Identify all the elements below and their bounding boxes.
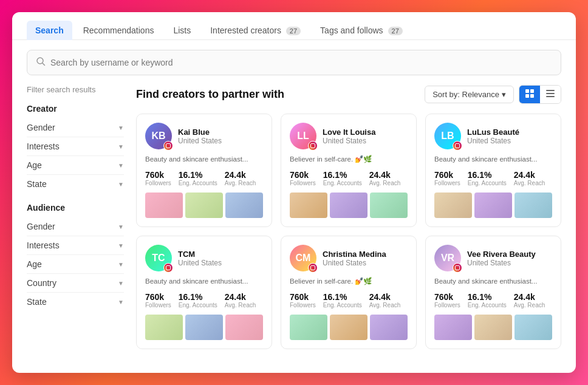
top-nav: SearchRecommendationsListsInterested cre…	[12, 12, 576, 40]
svg-line-1	[43, 63, 45, 66]
grid-controls: Sort by: Relevance ▾	[425, 85, 561, 104]
creator-bio: Believer in self-care. 💅🌿	[290, 154, 408, 164]
stat-followers: 760k Followers	[434, 292, 460, 308]
creator-filter-age[interactable]: Age▼	[27, 156, 124, 175]
nav-tab-interested-creators[interactable]: Interested creators 27	[202, 21, 309, 40]
creator-images	[145, 315, 263, 340]
creator-image-1	[434, 315, 472, 340]
creator-name: TCM	[178, 250, 222, 259]
creator-filter-label-interests: Interests	[27, 141, 60, 151]
reach-label: Avg. Reach	[514, 302, 545, 308]
card-header: LB LuLus Beauté United States	[434, 123, 552, 149]
creator-card[interactable]: LL Love It Louisa United States Believer…	[281, 114, 417, 227]
creator-filter-state[interactable]: State▼	[27, 175, 124, 193]
stat-eng-accounts: 16.1% Eng. Accounts	[468, 292, 507, 308]
creator-filter-label-gender: Gender	[27, 123, 55, 132]
creator-bio: Believer in self-care. 💅🌿	[290, 276, 408, 286]
creator-image-1	[145, 192, 183, 218]
list-view-button[interactable]	[540, 86, 561, 103]
creator-grid: KB Kai Blue United States Beauty and ski…	[136, 114, 561, 349]
stat-followers: 760k Followers	[290, 170, 316, 186]
creator-filter-gender[interactable]: Gender▼	[27, 118, 124, 137]
creator-card[interactable]: TC TCM United States Beauty and skincare…	[136, 236, 272, 349]
followers-label: Followers	[290, 180, 316, 186]
reach-label: Avg. Reach	[225, 302, 256, 308]
chevron-down-icon: ▼	[118, 181, 124, 188]
creator-card[interactable]: VR Vee Rivera Beauty United States Beaut…	[425, 236, 561, 349]
stat-followers: 760k Followers	[145, 170, 171, 186]
stat-avg-reach: 24.4k Avg. Reach	[369, 292, 401, 308]
followers-label: Followers	[290, 302, 316, 308]
creator-card[interactable]: CM Christina Medina United States Believ…	[281, 236, 417, 349]
audience-filter-age[interactable]: Age▼	[27, 255, 124, 274]
creator-country: United States	[178, 259, 222, 267]
creator-image-3	[514, 315, 552, 340]
creator-bio: Beauty and skincare enthusiast...	[434, 276, 552, 286]
stat-avg-reach: 24.4k Avg. Reach	[369, 170, 401, 186]
creator-images	[290, 192, 408, 218]
grid-area: Find creators to partner with Sort by: R…	[136, 85, 561, 349]
creator-stats: 760k Followers 16.1% Eng. Accounts 24.4k…	[434, 170, 552, 186]
creator-image-3	[370, 315, 408, 340]
instagram-badge-icon	[163, 141, 173, 151]
sort-chevron-icon: ▾	[502, 90, 506, 99]
eng-label: Eng. Accounts	[179, 180, 217, 186]
audience-filter-gender[interactable]: Gender▼	[27, 217, 124, 236]
creator-name: Kai Blue	[178, 128, 222, 137]
instagram-badge-icon	[453, 141, 462, 151]
reach-value: 24.4k	[225, 292, 256, 302]
creator-stats: 760k Followers 16.1% Eng. Accounts 24.4k…	[290, 170, 408, 186]
creator-filter-interests[interactable]: Interests▼	[27, 137, 124, 156]
audience-filters: Gender▼Interests▼Age▼Country▼State▼	[27, 217, 124, 311]
reach-label: Avg. Reach	[514, 180, 545, 186]
creator-stats: 760k Followers 16.1% Eng. Accounts 24.4k…	[145, 170, 263, 186]
creator-image-3	[514, 192, 552, 218]
grid-view-button[interactable]	[519, 86, 540, 103]
sort-select[interactable]: Sort by: Relevance ▾	[425, 86, 514, 103]
nav-tab-lists[interactable]: Lists	[165, 21, 199, 40]
avatar-wrap: LB	[434, 123, 461, 149]
svg-rect-8	[546, 96, 555, 97]
search-bar[interactable]	[27, 50, 561, 75]
eng-label: Eng. Accounts	[323, 180, 362, 186]
audience-filter-country[interactable]: Country▼	[27, 274, 124, 293]
creator-image-1	[290, 192, 327, 218]
grid-header: Find creators to partner with Sort by: R…	[136, 85, 561, 104]
eng-label: Eng. Accounts	[468, 180, 507, 186]
followers-value: 760k	[290, 170, 316, 180]
audience-filter-label-country: Country	[27, 278, 56, 288]
creator-images	[290, 315, 408, 340]
chevron-down-icon: ▼	[118, 143, 124, 150]
card-header: VR Vee Rivera Beauty United States	[434, 245, 552, 271]
creator-country: United States	[467, 137, 519, 145]
creator-country: United States	[323, 259, 386, 267]
avatar-wrap: LL	[290, 123, 316, 149]
stat-avg-reach: 24.4k Avg. Reach	[514, 170, 545, 186]
search-input[interactable]	[50, 58, 552, 67]
audience-filter-state[interactable]: State▼	[27, 293, 124, 311]
audience-filter-interests[interactable]: Interests▼	[27, 236, 124, 255]
nav-tab-recommendations[interactable]: Recommendations	[75, 21, 163, 40]
creator-country: United States	[323, 137, 375, 145]
creator-image-3	[225, 192, 263, 218]
nav-tab-search[interactable]: Search	[27, 21, 72, 40]
stat-eng-accounts: 16.1% Eng. Accounts	[468, 170, 507, 186]
creator-card[interactable]: LB LuLus Beauté United States Beauty and…	[425, 114, 561, 227]
svg-rect-4	[525, 94, 529, 98]
stat-avg-reach: 24.4k Avg. Reach	[514, 292, 545, 308]
reach-value: 24.4k	[514, 292, 545, 302]
followers-value: 760k	[145, 170, 171, 180]
eng-value: 16.1%	[179, 170, 217, 180]
creator-bio: Beauty and skincare enthusiast...	[434, 154, 552, 164]
creator-section-header: Creator	[27, 104, 124, 114]
nav-tab-tags-and-follows[interactable]: Tags and follows 27	[312, 21, 411, 40]
app-container: SearchRecommendationsListsInterested cre…	[12, 12, 576, 373]
svg-rect-3	[530, 89, 534, 93]
search-bar-container	[12, 40, 576, 85]
badge-tags-and-follows: 27	[388, 27, 403, 35]
creator-stats: 760k Followers 16.1% Eng. Accounts 24.4k…	[145, 292, 263, 308]
creator-card[interactable]: KB Kai Blue United States Beauty and ski…	[136, 114, 272, 227]
chevron-down-icon: ▼	[118, 280, 124, 287]
creator-image-1	[434, 192, 472, 218]
creator-filters: Gender▼Interests▼Age▼State▼	[27, 118, 124, 193]
